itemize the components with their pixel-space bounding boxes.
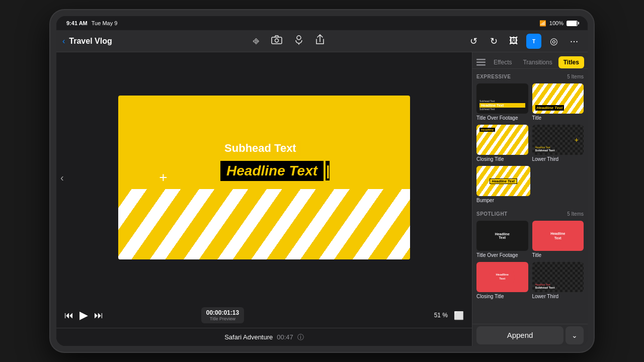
camera-icon[interactable] bbox=[271, 35, 282, 47]
scroll-left-arrow[interactable]: ‹ bbox=[60, 172, 64, 184]
video-controls: ⏮ ▶ ⏭ 00:00:01:13 Title Preview 51 % ⬜ bbox=[56, 303, 472, 328]
spotlight-lower-thumb[interactable]: Headline Text Subhead Text Lower Third bbox=[532, 262, 584, 299]
fast-forward-button[interactable]: ⏭ bbox=[94, 310, 103, 321]
clip-title: Safari Adventure bbox=[224, 333, 273, 341]
toolbar-right: ↺ ↻ 🖼 T ◎ ··· bbox=[466, 34, 582, 49]
battery-percent: 100% bbox=[549, 20, 564, 26]
stripes-bg bbox=[118, 189, 410, 259]
status-bar: 9:41 AM Tue May 9 📶 100% bbox=[56, 16, 588, 30]
ipad-frame: 9:41 AM Tue May 9 📶 100% ‹ Travel Vlog ⎆ bbox=[50, 10, 594, 352]
spotlight-count: 5 Items bbox=[567, 211, 584, 217]
append-bar: Append ⌄ bbox=[472, 324, 588, 346]
thumb-expressive-closing-img: Headline bbox=[476, 125, 528, 155]
timecode-display: 00:00:01:13 Title Preview bbox=[201, 307, 244, 323]
info-icon[interactable]: ⓘ bbox=[297, 333, 304, 342]
expressive-lower-label: Lower Third bbox=[532, 156, 584, 162]
thumb-expressive-bumper-img: Headline Text bbox=[476, 166, 530, 196]
panel-content: EXPRESSIVE 5 Items Subhead Text Headline… bbox=[472, 69, 588, 324]
expressive-bumper-label: Bumper bbox=[476, 198, 530, 203]
project-title: Travel Vlog bbox=[69, 37, 112, 46]
main-content: ‹ + Subhead Text Headline Text bbox=[56, 52, 588, 346]
svg-point-2 bbox=[297, 36, 301, 40]
clip-duration: 00:47 bbox=[277, 333, 293, 341]
status-date: Tue May 9 bbox=[92, 20, 118, 26]
append-chevron-button[interactable]: ⌄ bbox=[566, 326, 584, 344]
status-icons: 📶 100% bbox=[539, 20, 578, 27]
plus-cross: + bbox=[159, 169, 167, 186]
aspect-button[interactable]: ⬜ bbox=[454, 311, 464, 320]
timecode-value: 00:00:01:13 bbox=[206, 309, 239, 316]
titles-button[interactable]: T bbox=[526, 34, 541, 49]
spotlight-grid: Headline Text Title Over Footage bbox=[476, 221, 584, 299]
append-button[interactable]: Append bbox=[476, 326, 564, 344]
back-button[interactable]: ‹ bbox=[62, 37, 65, 46]
expressive-title-thumb[interactable]: Headline Text Title bbox=[532, 83, 584, 121]
voiceover-icon[interactable] bbox=[294, 34, 303, 48]
svg-rect-6 bbox=[476, 59, 486, 60]
svg-text:T: T bbox=[532, 39, 535, 44]
thumb-spotlight-title-img: HeadlineText bbox=[532, 221, 584, 251]
status-time: 9:41 AM bbox=[66, 20, 88, 26]
toolbar-center: ⎆ bbox=[118, 34, 460, 48]
media-button[interactable]: 🖼 bbox=[506, 34, 521, 49]
expressive-title-over-footage[interactable]: Subhead Text Headline Text Subhead Text … bbox=[476, 83, 528, 121]
tab-titles[interactable]: Titles bbox=[558, 56, 584, 68]
battery-icon bbox=[567, 21, 578, 26]
undo-button[interactable]: ↺ bbox=[466, 34, 481, 49]
subhead-text: Subhead Text bbox=[220, 141, 300, 156]
toolbar-left: ‹ Travel Vlog bbox=[62, 37, 112, 46]
voiceover-button[interactable]: ◎ bbox=[546, 34, 561, 49]
tab-transitions[interactable]: Transitions bbox=[518, 56, 557, 68]
expressive-tof-label: Title Over Footage bbox=[476, 115, 528, 121]
bottom-bar: Safari Adventure 00:47 ⓘ bbox=[56, 328, 472, 346]
svg-point-1 bbox=[275, 39, 279, 42]
svg-rect-7 bbox=[476, 62, 486, 63]
expressive-bumper-thumb[interactable]: Headline Text Bumper bbox=[476, 166, 530, 203]
thumb-expressive-title-img: Headline Text bbox=[532, 83, 584, 114]
video-canvas: + Subhead Text Headline Text | bbox=[118, 96, 410, 259]
zoom-level: 51 % bbox=[434, 312, 448, 319]
spotlight-tof-label: Title Over Footage bbox=[476, 252, 528, 258]
video-area: ‹ + Subhead Text Headline Text bbox=[56, 52, 472, 346]
export-icon[interactable]: ⎆ bbox=[253, 35, 259, 47]
video-preview: ‹ + Subhead Text Headline Text bbox=[56, 52, 472, 303]
spotlight-closing-label: Closing Title bbox=[476, 294, 528, 299]
share-icon[interactable] bbox=[315, 34, 325, 48]
thumb-spotlight-lower-img: Headline Text Subhead Text bbox=[532, 262, 584, 292]
spotlight-closing-thumb[interactable]: HeadlineText Closing Title bbox=[476, 262, 528, 299]
wifi-icon: 📶 bbox=[539, 20, 546, 27]
expressive-title: EXPRESSIVE bbox=[476, 74, 511, 79]
thumb-expressive-lower-img: Headline Text Subhead Text + bbox=[532, 125, 584, 155]
panel-sidebar-button[interactable] bbox=[476, 56, 486, 68]
tab-effects[interactable]: Effects bbox=[489, 56, 517, 68]
right-panel: Effects Transitions Titles Backgrounds E… bbox=[472, 52, 588, 346]
expressive-closing-thumb[interactable]: Headline Closing Title bbox=[476, 125, 528, 162]
expressive-section-header: EXPRESSIVE 5 Items bbox=[476, 74, 584, 79]
rewind-button[interactable]: ⏮ bbox=[64, 310, 73, 321]
panel-tabs: Effects Transitions Titles Backgrounds bbox=[472, 52, 588, 69]
svg-rect-0 bbox=[272, 37, 282, 44]
thumb-spotlight-tof-img: Headline Text bbox=[476, 221, 528, 251]
expressive-title-label: Title bbox=[532, 115, 584, 121]
spotlight-lower-label: Lower Third bbox=[532, 294, 584, 299]
spotlight-title: SPOTLIGHT bbox=[476, 211, 508, 217]
toolbar: ‹ Travel Vlog ⎆ bbox=[56, 30, 588, 52]
spotlight-title-thumb[interactable]: HeadlineText Title bbox=[532, 221, 584, 258]
tab-backgrounds[interactable]: Backgrounds bbox=[585, 56, 588, 68]
svg-rect-8 bbox=[476, 64, 486, 66]
expressive-lower-thumb[interactable]: Headline Text Subhead Text + Lower Third bbox=[532, 125, 584, 162]
spotlight-title-label: Title bbox=[532, 252, 584, 258]
thumb-spotlight-closing-img: HeadlineText bbox=[476, 262, 528, 292]
spotlight-tof-thumb[interactable]: Headline Text Title Over Footage bbox=[476, 221, 528, 258]
title-overlay: Subhead Text Headline Text | bbox=[220, 141, 330, 181]
expressive-closing-label: Closing Title bbox=[476, 156, 528, 162]
expressive-grid: Subhead Text Headline Text Subhead Text … bbox=[476, 83, 584, 203]
spotlight-section-header: SPOTLIGHT 5 Items bbox=[476, 211, 584, 217]
timecode-label: Title Preview bbox=[206, 316, 239, 321]
thumb-expressive-tof-img: Subhead Text Headline Text Subhead Text bbox=[476, 83, 528, 114]
more-button[interactable]: ··· bbox=[567, 34, 582, 49]
play-button[interactable]: ▶ bbox=[79, 309, 88, 322]
expressive-count: 5 Items bbox=[567, 74, 584, 79]
redo-button[interactable]: ↻ bbox=[486, 34, 501, 49]
ipad-screen: 9:41 AM Tue May 9 📶 100% ‹ Travel Vlog ⎆ bbox=[56, 16, 588, 346]
